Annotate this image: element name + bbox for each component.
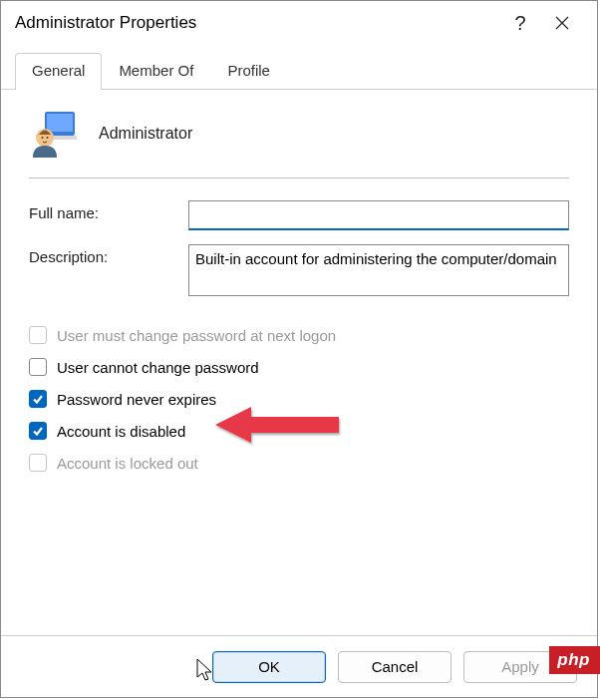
ok-button[interactable]: OK bbox=[212, 651, 326, 683]
close-icon bbox=[555, 16, 569, 30]
tab-content-general: Administrator Full name: Description: Us… bbox=[1, 90, 597, 635]
check-account-locked-out: Account is locked out bbox=[29, 454, 569, 472]
button-bar: OK Cancel Apply bbox=[1, 635, 597, 697]
button-label: OK bbox=[258, 658, 280, 675]
checkbox-icon bbox=[29, 358, 47, 376]
window-title: Administrator Properties bbox=[15, 13, 499, 33]
fullname-input[interactable] bbox=[188, 200, 569, 230]
checkbox-group: User must change password at next logon … bbox=[29, 326, 569, 486]
tab-member-of[interactable]: Member Of bbox=[102, 53, 210, 89]
tab-label: General bbox=[32, 62, 85, 79]
dialog-window: Administrator Properties ? General Membe… bbox=[0, 0, 598, 698]
check-cannot-change-password[interactable]: User cannot change password bbox=[29, 358, 569, 376]
tab-general[interactable]: General bbox=[15, 53, 102, 89]
description-row: Description: bbox=[29, 244, 569, 296]
check-password-never-expires[interactable]: Password never expires bbox=[29, 390, 569, 408]
checkbox-icon bbox=[29, 454, 47, 472]
divider bbox=[29, 177, 569, 178]
check-account-disabled[interactable]: Account is disabled bbox=[29, 422, 569, 440]
description-label: Description: bbox=[29, 244, 188, 265]
checkbox-label: User cannot change password bbox=[57, 359, 259, 376]
tab-profile[interactable]: Profile bbox=[210, 53, 287, 89]
account-name: Administrator bbox=[99, 125, 192, 143]
help-icon: ? bbox=[514, 12, 525, 35]
checkbox-label: Account is locked out bbox=[57, 455, 198, 472]
help-button[interactable]: ? bbox=[499, 1, 541, 45]
fullname-label: Full name: bbox=[29, 200, 188, 221]
fullname-row: Full name: bbox=[29, 200, 569, 230]
cancel-button[interactable]: Cancel bbox=[338, 651, 451, 683]
close-button[interactable] bbox=[541, 1, 583, 45]
checkbox-label: User must change password at next logon bbox=[57, 327, 336, 344]
description-input[interactable] bbox=[188, 244, 569, 296]
tab-strip: General Member Of Profile bbox=[1, 45, 597, 90]
watermark-text: php bbox=[557, 650, 590, 669]
watermark-badge: php bbox=[549, 646, 600, 674]
account-header: Administrator bbox=[29, 108, 569, 177]
tab-label: Member Of bbox=[119, 62, 193, 79]
checkbox-icon bbox=[29, 326, 47, 344]
svg-point-5 bbox=[47, 137, 49, 139]
titlebar: Administrator Properties ? bbox=[1, 1, 597, 45]
user-account-icon bbox=[29, 108, 81, 160]
checkbox-icon bbox=[29, 390, 47, 408]
checkbox-icon bbox=[29, 422, 47, 440]
button-label: Cancel bbox=[372, 658, 419, 675]
checkbox-label: Account is disabled bbox=[57, 423, 185, 440]
tab-label: Profile bbox=[227, 62, 270, 79]
button-label: Apply bbox=[501, 658, 539, 675]
svg-rect-1 bbox=[47, 114, 73, 132]
check-must-change-password: User must change password at next logon bbox=[29, 326, 569, 344]
checkbox-label: Password never expires bbox=[57, 391, 216, 408]
svg-point-4 bbox=[42, 137, 44, 139]
